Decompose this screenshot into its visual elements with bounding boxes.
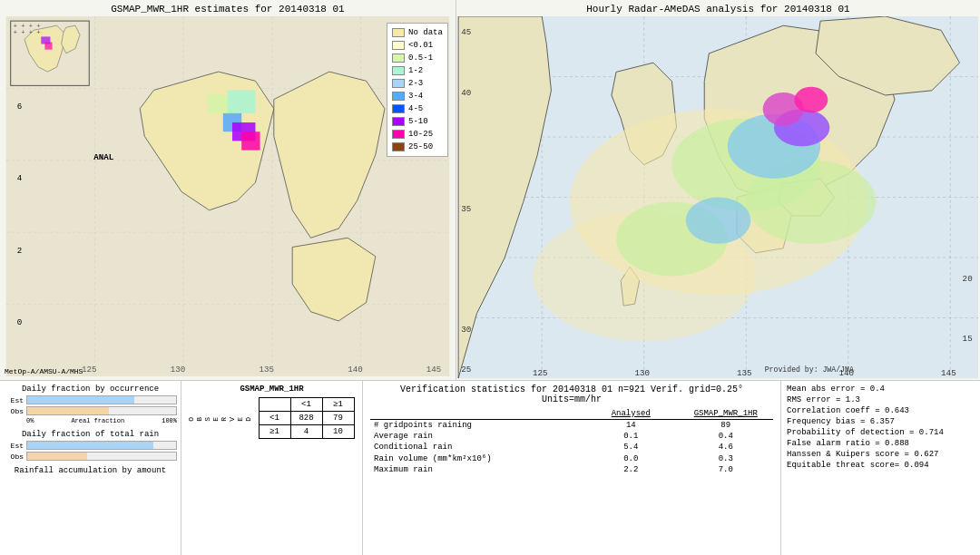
right-map-title: Hourly Radar-AMeDAS analysis for 2014031… xyxy=(456,0,980,16)
axis-mid: Areal fraction xyxy=(71,417,124,424)
legend-label-nodata: No data xyxy=(408,26,443,39)
legend-label-1025: 10-25 xyxy=(408,128,433,141)
stats-row-4: Maximum rain 2.2 7.0 xyxy=(370,464,773,475)
legend-color-510 xyxy=(392,117,405,126)
bottom-left-panel: Daily fraction by occurrence Est Obs 0% xyxy=(0,381,181,555)
legend-item-001: <0.01 xyxy=(392,39,443,52)
svg-point-62 xyxy=(794,87,828,113)
bar-fill-est-2 xyxy=(27,442,153,449)
contingency-wrapper: OBSERVED <1 ≥1 <1 828 79 xyxy=(187,397,357,439)
svg-text:0: 0 xyxy=(17,317,22,327)
legend-color-2550 xyxy=(392,142,405,151)
contingency-table-panel: GSMAP_MWR_1HR OBSERVED <1 ≥1 <1 xyxy=(181,381,363,555)
legend-label-05: 0.5-1 xyxy=(408,52,433,64)
bar-row-obs-1: Obs xyxy=(4,406,177,415)
legend-item-45: 4-5 xyxy=(392,102,443,115)
stats-row2-label: Conditional rain xyxy=(370,442,583,453)
legend-item-2550: 25-50 xyxy=(392,141,443,153)
svg-text:140: 140 xyxy=(348,365,362,375)
top-section: GSMAP_MWR_1HR estimates for 20140318 01 … xyxy=(0,0,980,381)
right-map-svg: 45 40 35 30 25 125 130 135 140 145 15 20… xyxy=(456,16,980,378)
svg-text:130: 130 xyxy=(634,368,650,378)
bar-container-obs-1 xyxy=(26,406,177,415)
stats-col1-header: Analysed xyxy=(583,408,678,420)
legend: No data <0.01 0.5-1 1-2 2-3 xyxy=(387,23,448,157)
svg-text:ANAL: ANAL xyxy=(93,152,113,162)
right-map-panel: Hourly Radar-AMeDAS analysis for 2014031… xyxy=(456,0,980,380)
legend-color-05 xyxy=(392,54,405,63)
bottom-section: Daily fraction by occurrence Est Obs 0% xyxy=(0,381,980,555)
stats-row1-val2: 0.4 xyxy=(679,431,773,442)
left-map-title: GSMAP_MWR_1HR estimates for 20140318 01 xyxy=(0,0,456,16)
chart-title-3: Rainfall accumulation by amount xyxy=(4,466,177,475)
svg-point-59 xyxy=(686,198,751,244)
svg-text:25: 25 xyxy=(461,365,471,375)
legend-label-12: 1-2 xyxy=(408,64,423,77)
svg-text:40: 40 xyxy=(461,88,471,98)
stats-header-row: Analysed GSMAP_MWR_1HR xyxy=(370,408,773,420)
svg-rect-31 xyxy=(44,43,52,50)
svg-rect-12 xyxy=(208,95,230,113)
stats-row2-val1: 5.4 xyxy=(583,442,678,453)
legend-item-12: 1-2 xyxy=(392,64,443,77)
stats-row1-val1: 0.1 xyxy=(583,431,678,442)
est-label-1: Est xyxy=(4,396,24,404)
stats-row1-label: Average rain xyxy=(370,431,583,442)
axis-0: 0% xyxy=(26,417,34,424)
stats-row-3: Rain volume (mm*km²x10⁶) 0.0 0.3 xyxy=(370,453,773,464)
stat-line-0: Mean abs error = 0.4 xyxy=(787,385,975,394)
bar-fill-obs-2 xyxy=(27,453,87,460)
stats-table: Analysed GSMAP_MWR_1HR # gridpoints rain… xyxy=(370,408,773,475)
bar-row-obs-2: Obs xyxy=(4,452,177,461)
axis-100: 100% xyxy=(162,417,177,424)
stat-line-3: Frequency bias = 6.357 xyxy=(787,417,975,426)
stats-row-1: Average rain 0.1 0.4 xyxy=(370,431,773,442)
svg-text:125: 125 xyxy=(82,365,96,375)
svg-text:135: 135 xyxy=(737,368,752,378)
svg-text:145: 145 xyxy=(941,368,956,378)
svg-text:4: 4 xyxy=(17,173,23,183)
bar-container-est-2 xyxy=(26,441,177,450)
bar-fill-obs-1 xyxy=(27,407,109,414)
chart-title-2: Daily fraction of total rain xyxy=(4,430,177,439)
ct-row2-header: ≥1 xyxy=(259,425,290,439)
svg-text:+ + + +: + + + + xyxy=(14,29,41,36)
bar-chart-2: Est Obs xyxy=(4,441,177,461)
obs-label-1: Obs xyxy=(4,407,24,415)
legend-item-23: 2-3 xyxy=(392,77,443,90)
verification-stats-panel: Verification statistics for 20140318 01 … xyxy=(363,381,780,555)
stat-line-2: Correlation coeff = 0.643 xyxy=(787,406,975,415)
stats-empty-header xyxy=(370,408,583,420)
bar-fill-est-1 xyxy=(27,396,134,404)
legend-color-12 xyxy=(392,66,405,75)
stats-row3-val2: 0.3 xyxy=(679,453,773,464)
stats-col2-header: GSMAP_MWR_1HR xyxy=(679,408,773,420)
ct-r2c1: 4 xyxy=(290,425,322,439)
legend-label-510: 5-10 xyxy=(408,115,428,128)
ct-r1c2: 79 xyxy=(322,412,354,425)
svg-text:Provided by: JWA/JMA: Provided by: JWA/JMA xyxy=(765,365,854,374)
bar-axis-1: 0% Areal fraction 100% xyxy=(26,417,177,424)
stats-row3-val1: 0.0 xyxy=(583,453,678,464)
legend-label-34: 3-4 xyxy=(408,90,423,102)
svg-text:35: 35 xyxy=(461,204,471,214)
obs-label-2: Obs xyxy=(4,453,24,461)
legend-item-1025: 10-25 xyxy=(392,128,443,141)
stats-row0-label: # gridpoints raining xyxy=(370,420,583,431)
est-label-2: Est xyxy=(4,442,24,450)
legend-color-001 xyxy=(392,41,405,50)
chart-title-1: Daily fraction by occurrence xyxy=(4,385,177,394)
legend-item-nodata: No data xyxy=(392,26,443,39)
legend-item-05: 0.5-1 xyxy=(392,52,443,64)
bar-chart-1: Est Obs 0% Areal fraction 100% xyxy=(4,395,177,424)
legend-color-1025 xyxy=(392,130,405,139)
svg-rect-13 xyxy=(228,90,256,112)
obs-vertical-label: OBSERVED xyxy=(187,415,252,422)
stats-row0-val1: 14 xyxy=(583,420,678,431)
left-map-panel: GSMAP_MWR_1HR estimates for 20140318 01 … xyxy=(0,0,456,380)
stat-line-1: RMS error = 1.3 xyxy=(787,395,975,404)
legend-item-510: 5-10 xyxy=(392,115,443,128)
svg-text:20: 20 xyxy=(962,274,972,284)
ct-row1: <1 828 79 xyxy=(259,412,354,425)
svg-rect-16 xyxy=(241,131,260,150)
